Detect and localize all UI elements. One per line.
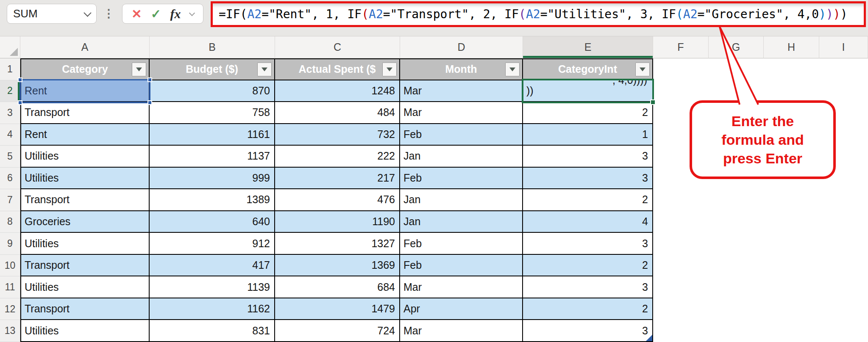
cell-C11[interactable]: 684 <box>275 276 400 298</box>
cell-B4[interactable]: 1161 <box>150 124 275 146</box>
insert-function-icon[interactable]: fx <box>170 7 181 21</box>
filter-button[interactable] <box>257 62 272 76</box>
row-header-13[interactable]: 13 <box>0 320 20 342</box>
cell-C5[interactable]: 222 <box>275 146 400 168</box>
column-header-G[interactable]: G <box>709 36 764 58</box>
empty-cell[interactable] <box>764 255 819 277</box>
empty-cell[interactable] <box>764 276 819 298</box>
empty-cell[interactable] <box>819 189 868 211</box>
filter-button[interactable] <box>505 62 520 76</box>
cell-D11[interactable]: Mar <box>400 276 523 298</box>
cell-B10[interactable]: 417 <box>150 255 275 277</box>
row-header-9[interactable]: 9 <box>0 233 20 255</box>
empty-cell[interactable] <box>819 80 868 102</box>
formula-input[interactable]: =IF(A2="Rent", 1, IF(A2="Transport", 2, … <box>219 7 848 21</box>
cell-C2[interactable]: 1248 <box>275 80 400 102</box>
cell-D7[interactable]: Jan <box>400 189 523 211</box>
empty-cell[interactable] <box>819 233 868 255</box>
cell-D2[interactable]: Mar <box>400 80 523 102</box>
empty-cell[interactable] <box>653 320 709 342</box>
empty-cell[interactable] <box>764 189 819 211</box>
row-header-4[interactable]: 4 <box>0 124 20 146</box>
empty-cell[interactable] <box>819 298 868 320</box>
selection-handle[interactable] <box>147 77 152 82</box>
empty-cell[interactable] <box>764 320 819 342</box>
empty-cell[interactable] <box>709 58 764 80</box>
empty-cell[interactable] <box>764 298 819 320</box>
empty-cell[interactable] <box>653 211 709 233</box>
cell-A6[interactable]: Utilities <box>20 168 150 190</box>
select-all-button[interactable] <box>0 36 20 58</box>
empty-cell[interactable] <box>653 58 709 80</box>
column-header-I[interactable]: I <box>819 36 868 58</box>
empty-cell[interactable] <box>709 276 764 298</box>
cell-D8[interactable]: Jan <box>400 211 523 233</box>
cell-E11[interactable]: 3 <box>523 276 653 298</box>
empty-cell[interactable] <box>709 211 764 233</box>
row-header-12[interactable]: 12 <box>0 298 20 320</box>
row-header-6[interactable]: 6 <box>0 168 20 190</box>
filter-button[interactable] <box>132 62 146 76</box>
column-header-H[interactable]: H <box>764 36 819 58</box>
cell-E8[interactable]: 4 <box>523 211 653 233</box>
cell-E12[interactable]: 2 <box>523 298 653 320</box>
cell-E7[interactable]: 2 <box>523 189 653 211</box>
formula-reference-selection-a2[interactable] <box>19 79 150 103</box>
empty-cell[interactable] <box>653 298 709 320</box>
empty-cell[interactable] <box>764 233 819 255</box>
cell-C8[interactable]: 1190 <box>275 211 400 233</box>
cell-E3[interactable]: 2 <box>523 102 653 124</box>
cell-E9[interactable]: 3 <box>523 233 653 255</box>
column-header-F[interactable]: F <box>653 36 709 58</box>
cell-B9[interactable]: 912 <box>150 233 275 255</box>
empty-cell[interactable] <box>709 233 764 255</box>
cell-D10[interactable]: Feb <box>400 255 523 277</box>
cell-A4[interactable]: Rent <box>20 124 150 146</box>
cell-D13[interactable]: Mar <box>400 320 523 342</box>
empty-cell[interactable] <box>819 276 868 298</box>
cancel-icon[interactable]: ✕ <box>131 7 142 21</box>
chevron-down-icon[interactable] <box>83 9 91 17</box>
cell-E13[interactable]: 3 <box>523 320 653 342</box>
name-box[interactable]: SUM <box>7 4 97 24</box>
row-header-11[interactable]: 11 <box>0 276 20 298</box>
cell-C4[interactable]: 732 <box>275 124 400 146</box>
cell-D6[interactable]: Feb <box>400 168 523 190</box>
cell-A8[interactable]: Groceries <box>20 211 150 233</box>
cell-B12[interactable]: 1162 <box>150 298 275 320</box>
row-header-7[interactable]: 7 <box>0 189 20 211</box>
enter-icon[interactable]: ✓ <box>151 7 161 21</box>
empty-cell[interactable] <box>709 189 764 211</box>
row-header-10[interactable]: 10 <box>0 255 20 277</box>
active-cell-border-e2[interactable] <box>522 79 654 103</box>
cell-C13[interactable]: 724 <box>275 320 400 342</box>
filter-button[interactable] <box>635 62 650 76</box>
cell-A12[interactable]: Transport <box>20 298 150 320</box>
empty-cell[interactable] <box>819 211 868 233</box>
cell-C6[interactable]: 217 <box>275 168 400 190</box>
empty-cell[interactable] <box>653 189 709 211</box>
cell-C3[interactable]: 484 <box>275 102 400 124</box>
empty-cell[interactable] <box>819 255 868 277</box>
row-header-2[interactable]: 2 <box>0 80 20 102</box>
empty-cell[interactable] <box>819 320 868 342</box>
cell-E10[interactable]: 2 <box>523 255 653 277</box>
cell-D12[interactable]: Apr <box>400 298 523 320</box>
cell-A3[interactable]: Transport <box>20 102 150 124</box>
empty-cell[interactable] <box>764 58 819 80</box>
column-header-B[interactable]: B <box>150 36 275 58</box>
cell-B6[interactable]: 999 <box>150 168 275 190</box>
row-header-3[interactable]: 3 <box>0 102 20 124</box>
table-header-cell[interactable]: Actual Spent ($ <box>275 58 400 80</box>
empty-cell[interactable] <box>653 233 709 255</box>
cell-E6[interactable]: 3 <box>523 168 653 190</box>
cell-E5[interactable]: 3 <box>523 146 653 168</box>
empty-cell[interactable] <box>764 211 819 233</box>
empty-cell[interactable] <box>653 80 709 102</box>
cell-D5[interactable]: Jan <box>400 146 523 168</box>
empty-cell[interactable] <box>819 58 868 80</box>
empty-cell[interactable] <box>653 276 709 298</box>
cell-A7[interactable]: Transport <box>20 189 150 211</box>
empty-cell[interactable] <box>709 298 764 320</box>
cell-C12[interactable]: 1479 <box>275 298 400 320</box>
